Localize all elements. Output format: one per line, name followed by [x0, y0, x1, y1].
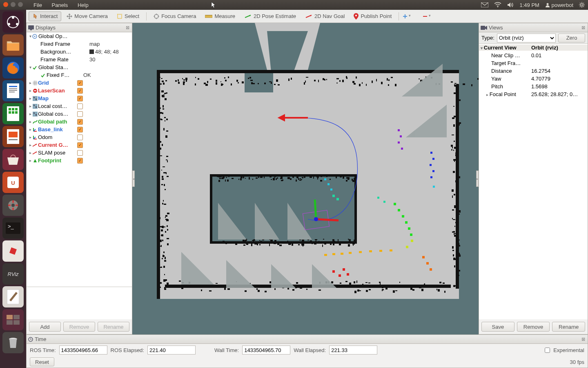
wall-time-field[interactable]: [242, 346, 290, 355]
launcher-editor[interactable]: [2, 286, 24, 307]
svg-rect-263: [324, 243, 326, 245]
svg-rect-559: [163, 255, 164, 257]
menu-help[interactable]: Help: [78, 2, 89, 8]
tool-interact[interactable]: Interact: [29, 11, 61, 21]
app-menu[interactable]: File Panels Help: [29, 2, 93, 8]
clock[interactable]: 1:49 PM: [519, 2, 539, 8]
display-item-globalcos[interactable]: ▸Global cos…: [27, 110, 132, 118]
display-item-footprint[interactable]: ▸Footprint: [27, 157, 132, 164]
mail-icon[interactable]: [481, 2, 488, 7]
remove-button[interactable]: Remove: [517, 322, 550, 332]
tool-publish-point[interactable]: Publish Point: [350, 11, 395, 21]
display-item-laserscan[interactable]: ▸LaserScan: [27, 87, 132, 94]
ros-time-field[interactable]: [59, 346, 107, 355]
svg-rect-264: [366, 84, 367, 86]
view-property[interactable]: Distance16.2754: [479, 67, 588, 75]
remove-icon[interactable]: [422, 13, 428, 19]
checkbox[interactable]: [77, 103, 83, 109]
display-item-map[interactable]: ▸Map: [27, 94, 132, 102]
svg-rect-288: [278, 84, 280, 85]
svg-line-620: [316, 219, 339, 220]
wall-elapsed-field[interactable]: [329, 346, 377, 355]
svg-rect-414: [306, 77, 308, 78]
checkbox[interactable]: [77, 119, 83, 125]
gear-icon[interactable]: [579, 2, 585, 8]
launcher-ubuntu-one[interactable]: U: [2, 172, 24, 193]
view-property[interactable]: Target Fra…: [479, 59, 588, 67]
tool-move-camera[interactable]: Move Camera: [63, 11, 111, 21]
launcher-software[interactable]: [2, 149, 24, 170]
svg-rect-426: [326, 79, 327, 80]
checkbox[interactable]: [77, 150, 83, 156]
checkbox[interactable]: [77, 158, 83, 164]
rename-button[interactable]: Rename: [552, 322, 585, 332]
wifi-icon[interactable]: [494, 2, 501, 8]
launcher-terminal[interactable]: >_: [2, 218, 24, 239]
window-buttons[interactable]: [3, 2, 25, 8]
svg-rect-337: [167, 283, 169, 285]
svg-rect-141: [456, 157, 457, 158]
display-item-localcost[interactable]: ▸Local cost…: [27, 102, 132, 110]
checkbox[interactable]: [77, 142, 83, 148]
view-property[interactable]: ▸ Focal Point25.628; 28.827; 0…: [479, 90, 588, 98]
views-tree[interactable]: ▾ Current ViewOrbit (rviz) Near Clip …0.…: [479, 44, 588, 319]
view-type-select[interactable]: Orbit (rviz): [497, 34, 556, 43]
menu-panels[interactable]: Panels: [52, 2, 68, 8]
launcher-workspace[interactable]: [2, 309, 24, 330]
checkbox[interactable]: [77, 96, 83, 101]
save-button[interactable]: Save: [481, 322, 514, 332]
svg-rect-411: [453, 171, 455, 173]
experimental-checkbox[interactable]: [545, 348, 550, 353]
tool-measure[interactable]: Measure: [201, 11, 239, 21]
svg-rect-420: [463, 83, 465, 85]
svg-rect-221: [312, 243, 313, 244]
display-item-grid[interactable]: ▸Grid: [27, 79, 132, 87]
svg-rect-353: [223, 241, 225, 243]
tool-focus-camera[interactable]: Focus Camera: [150, 11, 200, 21]
rename-button[interactable]: Rename: [98, 322, 129, 332]
close-icon[interactable]: ⊠: [125, 25, 130, 31]
zero-button[interactable]: Zero: [558, 34, 585, 43]
launcher-rviz[interactable]: RViz: [2, 263, 24, 285]
launcher-trash[interactable]: [2, 332, 24, 353]
checkbox[interactable]: [77, 135, 83, 140]
svg-rect-466: [281, 177, 283, 178]
display-item-currentg[interactable]: ▸Current G…: [27, 141, 132, 149]
ros-elapsed-field[interactable]: [147, 346, 196, 355]
launcher-calc[interactable]: [2, 103, 24, 124]
displays-tree[interactable]: ▾Global Op… Fixed Framemap Backgroun…48;…: [27, 32, 132, 287]
close-icon[interactable]: ⊠: [580, 337, 586, 342]
add-button[interactable]: Add: [29, 322, 61, 332]
launcher-gazebo[interactable]: [2, 240, 24, 262]
add-icon[interactable]: [402, 13, 408, 19]
menu-file[interactable]: File: [33, 2, 42, 8]
launcher-dash[interactable]: [2, 11, 24, 33]
launcher-impress[interactable]: [2, 126, 24, 147]
launcher-firefox[interactable]: [2, 57, 24, 79]
launcher-files[interactable]: [2, 34, 24, 56]
user-menu[interactable]: powerbot: [545, 2, 573, 8]
display-item-odom[interactable]: ▸Odom: [27, 133, 132, 141]
display-item-globalpath[interactable]: ▸Global path: [27, 118, 132, 126]
view-property[interactable]: Near Clip …0.01: [479, 52, 588, 59]
svg-rect-650: [332, 253, 335, 255]
tool-2d-pose-estimate[interactable]: 2D Pose Estimate: [241, 11, 300, 21]
display-item-slampose[interactable]: ▸SLAM pose: [27, 149, 132, 157]
svg-rect-468: [339, 80, 341, 82]
checkbox[interactable]: [77, 88, 83, 94]
checkbox[interactable]: [77, 80, 83, 86]
launcher-settings[interactable]: [2, 195, 24, 216]
reset-button[interactable]: Reset: [30, 357, 54, 366]
sound-icon[interactable]: [507, 2, 514, 8]
tool-2d-nav-goal[interactable]: 2D Nav Goal: [301, 11, 348, 21]
view-property[interactable]: Yaw4.70779: [479, 75, 588, 83]
3d-viewport[interactable]: ◂ ▸: [132, 23, 479, 334]
tool-select[interactable]: Select: [113, 11, 143, 21]
display-item-baselink[interactable]: ▸Base_link: [27, 126, 132, 133]
close-icon[interactable]: ⊠: [580, 25, 586, 31]
view-property[interactable]: Pitch1.5698: [479, 83, 588, 90]
checkbox[interactable]: [77, 127, 83, 132]
checkbox[interactable]: [77, 111, 83, 117]
remove-button[interactable]: Remove: [63, 322, 95, 332]
launcher-writer[interactable]: [2, 80, 24, 101]
